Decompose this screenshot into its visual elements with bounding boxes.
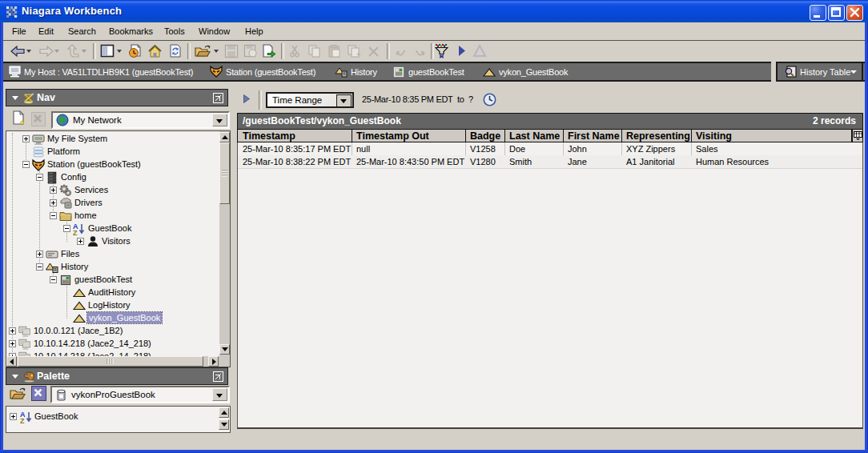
svg-text:Z: Z bbox=[20, 417, 25, 424]
svg-text:Z: Z bbox=[73, 229, 78, 236]
